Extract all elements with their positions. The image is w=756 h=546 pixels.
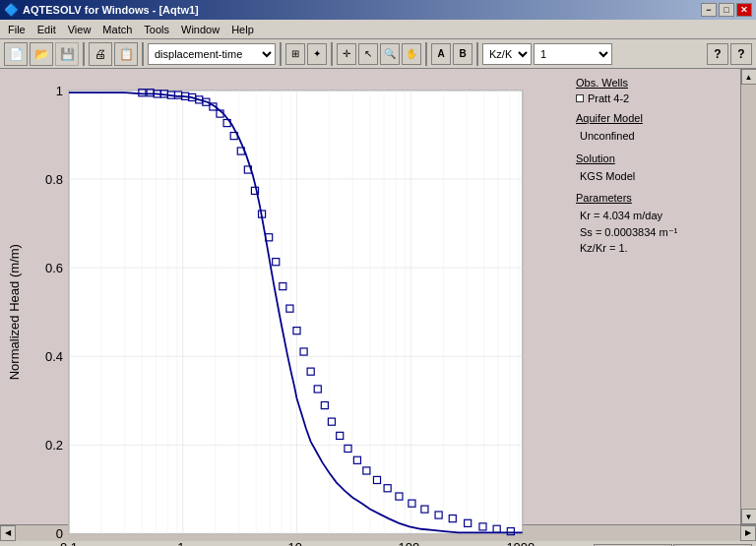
help-button-1[interactable]: ? — [707, 43, 728, 65]
main-content: 1 0.8 0.6 0.4 0.2 0 0.1 1. 10. 100. 1000… — [0, 69, 756, 524]
move-button[interactable]: ✋ — [402, 43, 421, 65]
kzkr-value-dropdown[interactable]: 1 — [534, 43, 612, 65]
aquifer-model-title: Aquifer Model — [576, 112, 732, 124]
kzkr-dropdown[interactable]: Kz/Kr — [482, 43, 532, 65]
maximize-button[interactable]: □ — [719, 3, 734, 17]
toolbar-separator-6 — [476, 42, 478, 66]
scroll-down-button[interactable]: ▼ — [741, 509, 757, 524]
menu-window[interactable]: Window — [175, 22, 225, 37]
toolbar: 📄 📂 💾 🖨 📋 displacement-time time-displac… — [0, 39, 756, 69]
param-ss: Ss = 0.0003834 m⁻¹ — [580, 224, 732, 241]
svg-text:0.2: 0.2 — [45, 438, 63, 453]
menu-tools[interactable]: Tools — [138, 22, 175, 37]
svg-text:Normalized Head (m/m): Normalized Head (m/m) — [7, 244, 22, 380]
chart-type-dropdown[interactable]: displacement-time time-displacement — [148, 43, 276, 65]
title-bar-left: 🔷 AQTESOLV for Windows - [Aqtw1] — [4, 3, 199, 17]
scroll-up-button[interactable]: ▲ — [741, 69, 757, 85]
well-name-label: Pratt 4-2 — [588, 92, 629, 104]
svg-text:0.6: 0.6 — [45, 261, 63, 275]
grid-button[interactable]: ⊞ — [285, 43, 305, 65]
svg-text:0.4: 0.4 — [45, 349, 63, 364]
data-button[interactable]: ✦ — [307, 43, 327, 65]
copy-button[interactable]: 📋 — [114, 42, 138, 66]
svg-text:1: 1 — [56, 84, 63, 98]
save-button[interactable]: 💾 — [55, 42, 79, 66]
svg-text:0.8: 0.8 — [45, 172, 63, 187]
well-legend-item: Pratt 4-2 — [576, 92, 732, 104]
chart-svg: 1 0.8 0.6 0.4 0.2 0 0.1 1. 10. 100. 1000… — [5, 79, 563, 546]
svg-text:1000.: 1000. — [506, 540, 537, 546]
scroll-right-button[interactable]: ▶ — [740, 525, 756, 541]
svg-text:0.1: 0.1 — [60, 540, 78, 546]
chart-plot: 1 0.8 0.6 0.4 0.2 0 0.1 1. 10. 100. 1000… — [5, 79, 563, 546]
toolbar-separator-2 — [142, 42, 144, 66]
obs-wells-label: Obs. Wells — [576, 77, 732, 89]
svg-text:1.: 1. — [177, 540, 188, 546]
label-b-button[interactable]: B — [453, 43, 472, 65]
app-icon: 🔷 — [4, 3, 19, 17]
chart-container: 1 0.8 0.6 0.4 0.2 0 0.1 1. 10. 100. 1000… — [0, 69, 568, 524]
scrollbar-right: ▲ ▼ — [740, 69, 756, 524]
toolbar-separator-3 — [280, 42, 282, 66]
menu-file[interactable]: File — [2, 22, 32, 37]
menu-edit[interactable]: Edit — [32, 22, 62, 37]
legend-panel: Obs. Wells Pratt 4-2 Aquifer Model Uncon… — [568, 69, 740, 524]
solution-value: KGS Model — [580, 168, 732, 185]
menu-view[interactable]: View — [62, 22, 97, 37]
scroll-track-right[interactable] — [741, 85, 757, 509]
minimize-button[interactable]: − — [701, 3, 717, 17]
print-button[interactable]: 🖨 — [89, 42, 112, 66]
help-button-2[interactable]: ? — [730, 43, 752, 65]
solution-title: Solution — [576, 152, 732, 164]
toolbar-separator-4 — [331, 42, 333, 66]
select-button[interactable]: ↖ — [358, 43, 378, 65]
menu-help[interactable]: Help — [225, 22, 260, 37]
new-button[interactable]: 📄 — [4, 42, 28, 66]
toolbar-separator-5 — [425, 42, 427, 66]
param-kzkr: Kz/Kr = 1. — [580, 240, 732, 257]
menu-bar: File Edit View Match Tools Window Help — [0, 20, 756, 39]
svg-rect-0 — [69, 91, 523, 534]
parameters-section: Parameters Kr = 4.034 m/day Ss = 0.00038… — [576, 192, 732, 257]
crosshair-button[interactable]: ✛ — [337, 43, 356, 65]
aquifer-model-section: Aquifer Model Unconfined — [576, 112, 732, 145]
open-button[interactable]: 📂 — [30, 42, 53, 66]
menu-match[interactable]: Match — [96, 22, 138, 37]
zoom-button[interactable]: 🔍 — [380, 43, 400, 65]
title-bar-buttons: − □ ✕ — [701, 3, 752, 17]
title-bar: 🔷 AQTESOLV for Windows - [Aqtw1] − □ ✕ — [0, 0, 756, 20]
solution-section: Solution KGS Model — [576, 152, 732, 185]
close-button[interactable]: ✕ — [736, 3, 752, 17]
svg-text:0: 0 — [56, 526, 63, 541]
toolbar-separator-1 — [83, 42, 85, 66]
well-legend-icon — [576, 94, 584, 102]
label-a-button[interactable]: A — [431, 43, 451, 65]
param-kr: Kr = 4.034 m/day — [580, 208, 732, 224]
aquifer-model-value: Unconfined — [580, 128, 732, 145]
parameters-title: Parameters — [576, 192, 732, 204]
svg-text:10.: 10. — [287, 540, 305, 546]
svg-text:100.: 100. — [399, 540, 423, 546]
window-title: AQTESOLV for Windows - [Aqtw1] — [23, 4, 199, 16]
